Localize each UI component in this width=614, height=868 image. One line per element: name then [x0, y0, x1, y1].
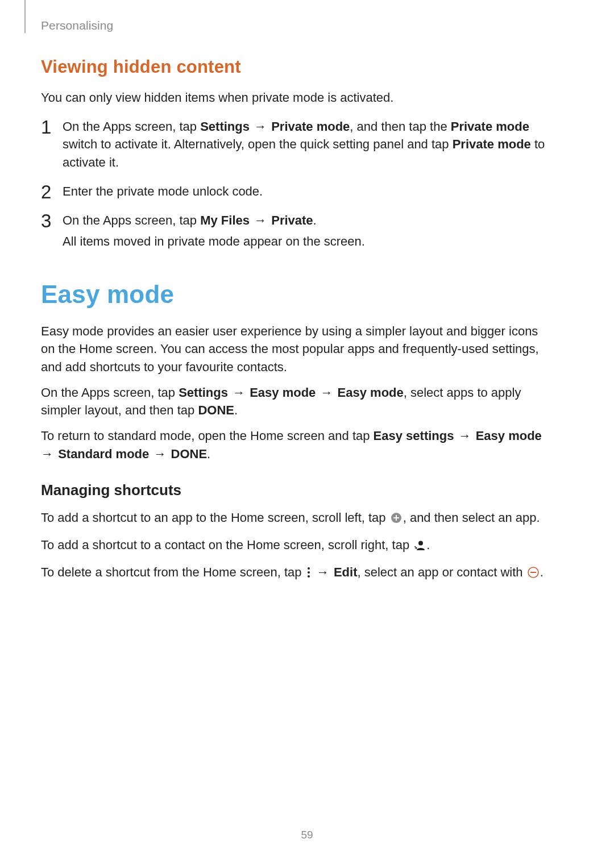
add-contact-icon	[414, 538, 425, 555]
shortcut-line-2: To add a shortcut to a contact on the Ho…	[41, 536, 553, 555]
svg-point-3	[418, 541, 423, 545]
steps-list: On the Apps screen, tap Settings → Priva…	[41, 118, 553, 250]
svg-point-4	[416, 547, 417, 549]
heading-viewing-hidden-content: Viewing hidden content	[41, 55, 553, 80]
step-3-line2: All items moved in private mode appear o…	[63, 232, 553, 250]
more-options-icon	[306, 565, 311, 583]
svg-point-8	[308, 575, 310, 578]
step-2-text: Enter the private mode unlock code.	[63, 182, 553, 200]
step-1: On the Apps screen, tap Settings → Priva…	[41, 118, 553, 171]
plus-circle-icon	[391, 510, 402, 528]
page: Personalising Viewing hidden content You…	[0, 0, 614, 868]
svg-point-7	[308, 571, 310, 574]
easy-mode-para-3: To return to standard mode, open the Hom…	[41, 427, 553, 462]
step-3: On the Apps screen, tap My Files → Priva…	[41, 211, 553, 250]
step-2: Enter the private mode unlock code.	[41, 182, 553, 200]
shortcut-line-3: To delete a shortcut from the Home scree…	[41, 563, 553, 583]
easy-mode-para-1: Easy mode provides an easier user experi…	[41, 322, 553, 376]
lead-text: You can only view hidden items when priv…	[41, 89, 553, 106]
svg-rect-10	[530, 572, 536, 573]
svg-rect-2	[393, 517, 399, 518]
page-number: 59	[0, 828, 614, 843]
minus-circle-icon	[528, 565, 539, 583]
step-1-text: On the Apps screen, tap Settings → Priva…	[63, 118, 553, 171]
shortcut-line-1: To add a shortcut to an app to the Home …	[41, 509, 553, 528]
heading-easy-mode: Easy mode	[41, 277, 553, 312]
content-area: Viewing hidden content You can only view…	[41, 55, 553, 583]
section-header: Personalising	[41, 17, 113, 34]
easy-mode-para-2: On the Apps screen, tap Settings → Easy …	[41, 384, 553, 419]
step-3-line1: On the Apps screen, tap My Files → Priva…	[63, 211, 553, 229]
header-rule	[24, 0, 26, 33]
subheading-managing-shortcuts: Managing shortcuts	[41, 480, 553, 501]
svg-point-6	[308, 567, 310, 570]
svg-point-5	[414, 546, 416, 547]
